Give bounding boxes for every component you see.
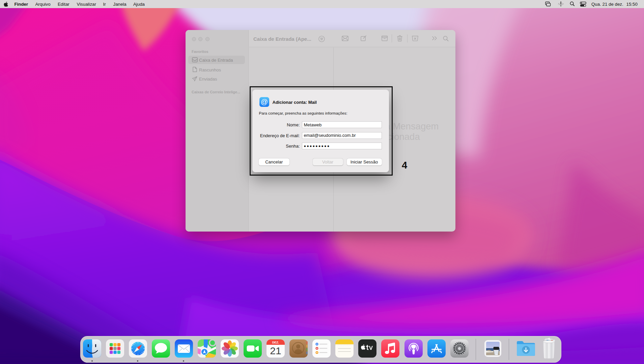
- svg-text:21: 21: [270, 345, 281, 356]
- svg-text:DEZ.: DEZ.: [272, 341, 279, 344]
